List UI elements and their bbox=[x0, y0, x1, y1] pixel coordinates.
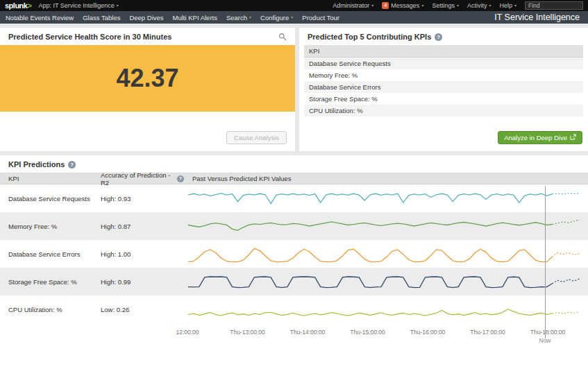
analyze-row: Analyze in Deep Dive bbox=[299, 130, 588, 151]
app-title: IT Service Intelligence bbox=[494, 12, 582, 22]
nav-item-product-tour[interactable]: Product Tour bbox=[302, 14, 339, 21]
search-icon[interactable] bbox=[278, 33, 287, 41]
nav-item-label: Product Tour bbox=[302, 14, 339, 21]
chevron-down-icon: ▾ bbox=[117, 3, 119, 8]
contributing-panel-title-row: Predicted Top 5 Contributing KPIs ? bbox=[299, 28, 588, 45]
kpi-predictions-title-row: KPI Predictions ? bbox=[0, 155, 588, 173]
cause-analysis-button[interactable]: Cause Analysis bbox=[226, 131, 287, 144]
kpi-name: CPU Utilization: % bbox=[0, 295, 92, 323]
chevron-down-icon: ▾ bbox=[249, 15, 251, 19]
chevron-down-icon: ▾ bbox=[514, 3, 516, 8]
kpi-chart-cell bbox=[184, 268, 588, 295]
splunk-logo[interactable]: splunk> bbox=[5, 1, 31, 10]
dashboard-body: Predicted Service Health Score in 30 Min… bbox=[0, 24, 588, 371]
health-score-value: 42.37 bbox=[116, 64, 178, 93]
info-icon[interactable]: ? bbox=[177, 175, 184, 182]
kpi-table-row: CPU Utilization: % Low: 0.26 bbox=[0, 295, 588, 323]
kpi-name: Storage Free Space: % bbox=[0, 268, 92, 295]
app-menu[interactable]: App: IT Service Intelligence ▾ bbox=[38, 2, 118, 9]
panel-title: Predicted Top 5 Contributing KPIs bbox=[308, 33, 431, 41]
health-score-panel: Predicted Service Health Score in 30 Min… bbox=[0, 28, 295, 151]
user-menu[interactable]: Administrator ▾ bbox=[333, 2, 373, 9]
kpi-name: Database Service Errors bbox=[0, 240, 92, 268]
kpi-list-rows: Database Service Requests Memory Free: %… bbox=[304, 58, 583, 117]
nav-item-multi-kpi-alerts[interactable]: Multi KPI Alerts bbox=[173, 14, 217, 21]
kpi-accuracy: High: 1.00 bbox=[92, 240, 184, 268]
contributing-kpi-list: KPI Database Service Requests Memory Fre… bbox=[304, 45, 583, 117]
nav-item-notable-events-review[interactable]: Notable Events Review bbox=[6, 14, 74, 21]
nav-item-search[interactable]: Search ▾ bbox=[226, 14, 251, 21]
kpi-chart-cell bbox=[184, 184, 588, 212]
column-header-values: Past Versus Predicted KPI Values bbox=[184, 175, 588, 182]
info-icon[interactable]: ? bbox=[435, 33, 442, 41]
axis-tick: Thu-13:00:00 bbox=[230, 329, 265, 336]
axis-tick: Thu-14:00:00 bbox=[290, 329, 326, 336]
time-axis: 12:00:00 Thu-13:00:00 Thu-14:00:00 Thu-1… bbox=[0, 323, 588, 347]
kpi-list-item[interactable]: Database Service Errors bbox=[304, 81, 583, 93]
kpi-table-row: Database Service Errors High: 1.00 bbox=[0, 240, 588, 268]
kpi-sparkline bbox=[188, 186, 580, 211]
nav-item-deep-dives[interactable]: Deep Dives bbox=[129, 14, 163, 21]
kpi-sparkline bbox=[188, 297, 580, 322]
help-menu[interactable]: Help ▾ bbox=[499, 2, 516, 9]
kpi-table-row: Storage Free Space: % High: 0.99 bbox=[0, 268, 588, 295]
find-input[interactable] bbox=[525, 1, 583, 10]
kpi-chart-cell bbox=[184, 295, 588, 323]
activity-menu-label: Activity bbox=[467, 2, 487, 9]
health-panel-title-row: Predicted Service Health Score in 30 Min… bbox=[0, 28, 295, 45]
kpi-accuracy: High: 0.99 bbox=[92, 268, 184, 295]
nav-item-configure[interactable]: Configure ▾ bbox=[260, 14, 293, 21]
messages-menu-label: Messages bbox=[391, 2, 419, 9]
axis-tick: Thu-16:00:00 bbox=[410, 329, 446, 336]
nav-item-label: Search bbox=[226, 14, 247, 21]
top-row: Predicted Service Health Score in 30 Min… bbox=[0, 28, 588, 151]
nav-item-label: Deep Dives bbox=[129, 14, 163, 21]
topbar-right: Administrator ▾ 4 Messages ▾ Settings ▾ … bbox=[333, 1, 583, 10]
kpi-sparkline bbox=[188, 241, 580, 266]
nav-item-label: Configure bbox=[260, 14, 289, 21]
panel-title: KPI Predictions bbox=[8, 160, 65, 169]
now-line bbox=[545, 186, 546, 338]
axis-tick: 12:00:00 bbox=[176, 329, 199, 336]
kpi-table-row: Memory Free: % High: 0.87 bbox=[0, 212, 588, 240]
info-icon[interactable]: ? bbox=[68, 161, 76, 169]
external-link-icon bbox=[570, 134, 576, 141]
kpi-list-item[interactable]: CPU Utilization: % bbox=[304, 105, 583, 117]
nav-item-glass-tables[interactable]: Glass Tables bbox=[83, 14, 120, 21]
analyze-in-deep-dive-button[interactable]: Analyze in Deep Dive bbox=[498, 131, 582, 144]
chevron-down-icon: ▾ bbox=[291, 15, 293, 19]
kpi-list-item[interactable]: Storage Free Space: % bbox=[304, 93, 583, 105]
messages-menu[interactable]: 4 Messages ▾ bbox=[382, 2, 423, 9]
activity-menu[interactable]: Activity ▾ bbox=[467, 2, 492, 9]
kpi-list-header: KPI bbox=[304, 45, 583, 58]
chevron-down-icon: ▾ bbox=[371, 3, 373, 8]
panel-title: Predicted Service Health Score in 30 Min… bbox=[8, 33, 171, 41]
contributing-kpis-panel: Predicted Top 5 Contributing KPIs ? KPI … bbox=[299, 28, 588, 151]
kpi-sparkline bbox=[188, 214, 580, 239]
settings-menu[interactable]: Settings ▾ bbox=[432, 2, 459, 9]
column-header-kpi: KPI bbox=[0, 175, 92, 182]
logo-caret-glyph: > bbox=[27, 1, 31, 10]
nav-item-label: Glass Tables bbox=[83, 14, 120, 21]
chevron-down-icon: ▾ bbox=[457, 3, 459, 8]
cause-analysis-row: Cause Analysis bbox=[0, 130, 295, 151]
kpi-accuracy: Low: 0.26 bbox=[92, 295, 184, 323]
axis-tick: Thu-17:00:00 bbox=[470, 329, 505, 336]
topbar: splunk> App: IT Service Intelligence ▾ A… bbox=[0, 0, 588, 11]
kpi-name: Database Service Requests bbox=[0, 184, 92, 212]
nav-item-label: Multi KPI Alerts bbox=[173, 14, 217, 21]
chevron-down-icon: ▾ bbox=[489, 3, 491, 8]
kpi-table-row: Database Service Requests High: 0.93 bbox=[0, 184, 588, 212]
app-menu-label: App: IT Service Intelligence bbox=[38, 2, 114, 9]
settings-menu-label: Settings bbox=[432, 2, 455, 9]
messages-count-badge: 4 bbox=[382, 2, 389, 9]
app-navbar: Notable Events Review Glass Tables Deep … bbox=[0, 11, 588, 24]
analyze-button-label: Analyze in Deep Dive bbox=[504, 134, 567, 141]
kpi-list-item[interactable]: Database Service Requests bbox=[304, 58, 583, 69]
kpi-accuracy: High: 0.87 bbox=[92, 212, 184, 240]
kpi-predictions-panel: KPI Predictions ? KPI Accuracy of Predic… bbox=[0, 155, 588, 371]
kpi-list-item[interactable]: Memory Free: % bbox=[304, 69, 583, 81]
kpi-chart-cell bbox=[184, 240, 588, 268]
help-menu-label: Help bbox=[499, 2, 512, 9]
kpi-sparkline bbox=[188, 269, 580, 294]
